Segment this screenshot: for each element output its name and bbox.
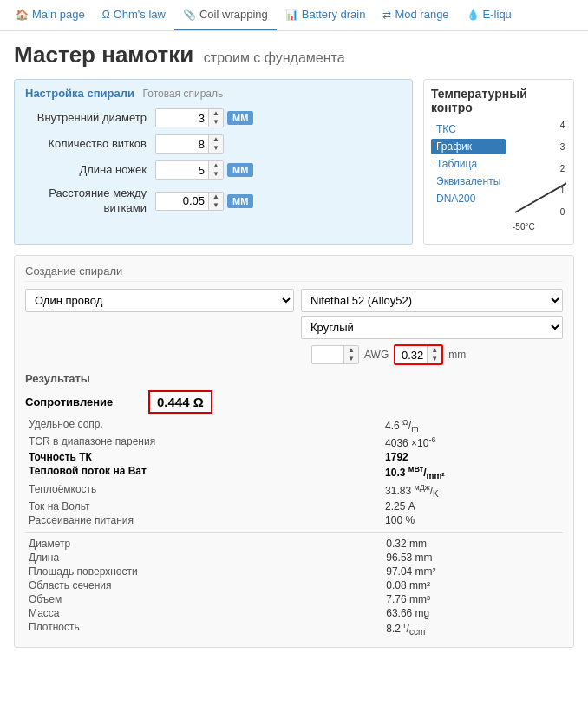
turn-spacing-label: Расстояние между витками [25,186,155,216]
inner-diameter-up[interactable]: ▲ [209,109,223,118]
turn-spacing-up[interactable]: ▲ [209,193,223,201]
phys-value-mass: 63.66 mg [379,606,563,620]
leg-length-input-group: ▲ ▼ ММ [155,160,253,180]
spiral-settings-panel: Настройка спирали Готовая спираль Внутре… [14,79,413,245]
nav-coil[interactable]: 📎 Coil wrapping [174,0,277,30]
results-section: Результаты Сопротивление 0.444 Ω Удельно… [25,372,563,638]
result-row-power: Рассеивание питания 100 % [25,513,563,527]
svg-text:4: 4 [560,121,565,130]
leg-length-down[interactable]: ▼ [209,170,223,179]
resistance-label: Сопротивление [25,395,138,408]
phys-value-volume: 7.76 mm³ [379,592,563,606]
inner-diameter-label: Внутренний диаметр [25,111,155,126]
awg-field[interactable] [312,347,343,363]
temp-chart-svg: 4 3 2 1 0 -50°C [511,121,566,234]
main-content: Мастер намотки строим с фундамента Настр… [0,31,588,658]
tab-equiv[interactable]: Эквиваленты [431,173,506,189]
material-select[interactable]: Nifethal 52 (Alloy52) Kanthal A1 Nichrom… [301,289,563,312]
material-controls: Nifethal 52 (Alloy52) Kanthal A1 Nichrom… [301,289,563,339]
results-title: Результаты [25,372,563,385]
coil-creation-title: Создание спирали [25,265,563,282]
result-row-heat: Тепловой поток на Ват 10.3 мВт/mm² [25,464,563,481]
result-label-sop: Удельное сопр. [25,417,378,434]
mm-down[interactable]: ▼ [428,355,441,363]
inner-diameter-input-group: ▲ ▼ ММ [155,108,253,127]
phys-label-mass: Масса [25,606,379,620]
awg-spinner[interactable]: ▲ ▼ [311,345,359,364]
eliquid-icon: 💧 [467,9,480,21]
phys-label-surface: Площадь поверхности [25,565,379,578]
svg-text:3: 3 [560,142,565,152]
shape-select[interactable]: Круглый Плоский [301,316,563,339]
leg-length-row: Длина ножек ▲ ▼ ММ [25,160,402,180]
phys-value-surface: 97.04 mm² [379,565,563,578]
result-value-current: 2.25 А [378,500,563,513]
results-table: Удельное сопр. 4.6 Ω/m TCR в диапазоне п… [25,417,563,527]
tab-graph[interactable]: График [431,139,506,154]
nav-ohms[interactable]: Ω Ohm's law [94,0,174,30]
awg-row: ▲ ▼ AWG ▲ ▼ mm [311,344,563,365]
inner-diameter-spinner-btns: ▲ ▼ [208,109,223,127]
phys-row-density: Плотность 8.2 г/ccm [25,620,563,637]
svg-line-5 [515,178,566,212]
resistance-row: Сопротивление 0.444 Ω [25,390,563,414]
phys-row-diameter: Диаметр 0.32 mm [25,537,563,551]
phys-row-volume: Объем 7.76 mm³ [25,592,563,606]
turns-count-up[interactable]: ▲ [209,135,223,144]
turn-spacing-unit: ММ [227,194,253,208]
tab-tks[interactable]: ТКС [431,121,506,137]
inner-diameter-down[interactable]: ▼ [209,118,223,127]
turn-spacing-down[interactable]: ▼ [209,201,223,210]
turns-count-input-group: ▲ ▼ [155,134,224,154]
page-title: Мастер намотки [14,42,193,68]
inner-diameter-spinner[interactable]: ▲ ▼ [155,108,224,127]
awg-down[interactable]: ▼ [344,355,358,363]
leg-length-up[interactable]: ▲ [209,161,223,170]
wire-controls-row: Один провод Двойной провод Скрутка Nifet… [25,289,563,339]
turn-spacing-field[interactable] [156,193,208,209]
tab-table[interactable]: Таблица [431,156,506,172]
turns-count-label: Количество витков [25,137,155,152]
turn-spacing-input-group: ▲ ▼ ММ [155,192,253,211]
awg-up[interactable]: ▲ [344,346,358,355]
nav-main[interactable]: 🏠 Main page [7,0,94,30]
inner-diameter-unit: ММ [227,111,253,125]
leg-length-field[interactable] [156,162,208,179]
tab-dna200[interactable]: DNA200 [431,191,506,206]
leg-length-spinner[interactable]: ▲ ▼ [155,160,224,180]
turns-count-down[interactable]: ▼ [209,144,223,153]
result-value-capacity: 31.83 мДж/K [378,482,563,500]
temp-control-title: Температурный контро [431,87,566,114]
temp-chart-area: 4 3 2 1 0 -50°C [511,121,566,237]
coil-icon: 📎 [183,9,196,21]
mm-field[interactable] [395,347,427,363]
turns-count-field[interactable] [156,136,208,153]
nav-battery[interactable]: 📊 Battery drain [277,0,375,30]
result-label-tk: Точность ТК [25,450,378,464]
turn-spacing-spinner-btns: ▲ ▼ [208,193,223,210]
battery-icon: 📊 [285,9,298,21]
phys-value-diameter: 0.32 mm [379,537,563,551]
awg-label: AWG [364,349,389,361]
svg-text:0: 0 [560,207,565,217]
turn-spacing-spinner[interactable]: ▲ ▼ [155,192,224,211]
ohm-icon: Ω [102,9,110,21]
nav-eliquid[interactable]: 💧 E-liqu [458,0,520,30]
temp-control-panel: Температурный контро ТКС График Таблица … [423,79,574,245]
page-subtitle: строим с фундамента [204,50,345,65]
nav-mod[interactable]: ⇄ Mod range [374,0,457,30]
inner-diameter-field[interactable] [156,110,208,127]
mm-spinner[interactable]: ▲ ▼ [394,344,443,365]
phys-value-section: 0.08 mm² [379,578,563,592]
result-value-tk: 1792 [378,450,563,464]
wire-type-select[interactable]: Один провод Двойной провод Скрутка [25,289,294,312]
turns-count-spinner[interactable]: ▲ ▼ [155,134,224,154]
mm-up[interactable]: ▲ [428,346,441,355]
svg-text:2: 2 [560,164,565,173]
mod-icon: ⇄ [382,9,391,21]
turn-spacing-row: Расстояние между витками ▲ ▼ ММ [25,186,402,216]
phys-row-surface: Площадь поверхности 97.04 mm² [25,565,563,578]
phys-label-density: Плотность [25,620,379,637]
mm-label: mm [448,349,466,361]
phys-row-length: Длина 96.53 mm [25,551,563,565]
